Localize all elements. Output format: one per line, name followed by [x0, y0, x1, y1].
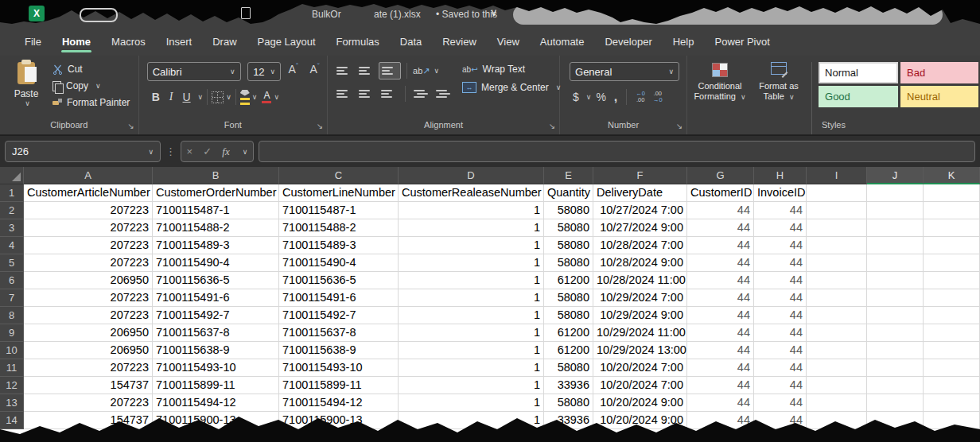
- cell-E2[interactable]: 58080: [544, 202, 593, 219]
- cell-J9[interactable]: [867, 324, 924, 342]
- cell-C13[interactable]: 7100115494-12: [279, 394, 399, 412]
- bold-button[interactable]: B: [147, 91, 165, 103]
- cell-C5[interactable]: 7100115490-4: [279, 254, 399, 272]
- cell-C14[interactable]: 7100115900-13: [279, 412, 399, 429]
- decrease-font-size-button[interactable]: Aˇ: [305, 63, 323, 76]
- cell-E9[interactable]: 61200: [544, 324, 593, 342]
- column-header-K[interactable]: K: [924, 167, 980, 184]
- font-size-combo[interactable]: 12∨: [247, 62, 281, 81]
- cell-E7[interactable]: 58080: [544, 289, 593, 307]
- top-align-button[interactable]: [334, 63, 355, 79]
- cell-J8[interactable]: [867, 307, 924, 324]
- cell-I14[interactable]: [807, 412, 867, 429]
- cell-A6[interactable]: 206950: [24, 272, 153, 289]
- cell-I5[interactable]: [807, 254, 867, 272]
- fill-color-button[interactable]: [240, 90, 250, 105]
- row-header-4[interactable]: 4: [0, 237, 24, 254]
- cell-D6[interactable]: 1: [399, 272, 544, 289]
- cell-H1[interactable]: InvoiceID: [754, 184, 807, 202]
- cell-C7[interactable]: 7100115491-6: [279, 289, 399, 307]
- cell-F9[interactable]: 10/29/2024 11:00: [593, 324, 687, 342]
- borders-chevron-down-icon[interactable]: ∨: [226, 93, 231, 101]
- row-header-7[interactable]: 7: [0, 289, 24, 307]
- cell-A9[interactable]: 206950: [24, 324, 153, 342]
- cell-E13[interactable]: 58080: [544, 394, 593, 412]
- row-header-2[interactable]: 2: [0, 202, 24, 219]
- cell-I2[interactable]: [807, 202, 867, 219]
- column-header-H[interactable]: H: [754, 167, 807, 184]
- cell-F10[interactable]: 10/29/2024 13:00: [593, 342, 687, 359]
- cell-B11[interactable]: 7100115493-10: [153, 359, 279, 377]
- cell-F6[interactable]: 10/28/2024 11:00: [593, 272, 687, 289]
- cell-C1[interactable]: CustomerLineNumber: [279, 184, 399, 202]
- fx-chevron-down-icon[interactable]: ∨: [243, 148, 248, 156]
- cell-A10[interactable]: 206950: [24, 342, 153, 359]
- cell-H6[interactable]: 44: [754, 272, 807, 289]
- cell-B6[interactable]: 7100115636-5: [153, 272, 279, 289]
- tab-macros[interactable]: Macros: [101, 27, 156, 56]
- cell-G14[interactable]: 44: [687, 412, 754, 429]
- cell-G11[interactable]: 44: [687, 359, 754, 377]
- cell-style-neutral[interactable]: Neutral: [900, 86, 978, 107]
- cell-A1[interactable]: CustomerArticleNumber: [24, 184, 153, 202]
- cell-H2[interactable]: 44: [754, 202, 807, 219]
- column-header-C[interactable]: C: [279, 167, 399, 184]
- cell-J12[interactable]: [867, 377, 924, 394]
- accounting-format-button[interactable]: $: [570, 91, 582, 103]
- column-header-A[interactable]: A: [24, 167, 153, 184]
- middle-align-button[interactable]: [356, 63, 377, 79]
- cell-C2[interactable]: 7100115487-1: [279, 202, 399, 219]
- cell-K1[interactable]: [924, 184, 980, 202]
- cell-H14[interactable]: 44: [754, 412, 807, 429]
- font-name-combo[interactable]: Calibri∨: [147, 62, 241, 81]
- row-header-13[interactable]: 13: [0, 394, 24, 412]
- cell-A8[interactable]: 207223: [24, 307, 153, 324]
- cell-B13[interactable]: 7100115494-12: [153, 394, 279, 412]
- cell-B14[interactable]: 7100115900-13: [153, 412, 279, 429]
- format-painter-button[interactable]: Format Painter: [52, 97, 130, 108]
- cell-B1[interactable]: CustomerOrderNumber: [153, 184, 279, 202]
- tab-draw[interactable]: Draw: [202, 27, 247, 56]
- tab-formulas[interactable]: Formulas: [326, 27, 390, 56]
- cell-H9[interactable]: 44: [754, 324, 807, 342]
- font-dialog-launcher-icon[interactable]: ↘: [317, 122, 323, 130]
- cell-F14[interactable]: 10/20/2024 9:00: [593, 412, 687, 429]
- copy-chevron-down-icon[interactable]: ∨: [95, 82, 101, 90]
- cell-J13[interactable]: [867, 394, 924, 412]
- cell-F13[interactable]: 10/20/2024 9:00: [593, 394, 687, 412]
- cell-C8[interactable]: 7100115492-7: [279, 307, 399, 324]
- cell-B7[interactable]: 7100115491-6: [153, 289, 279, 307]
- cell-K12[interactable]: [924, 377, 980, 394]
- tab-insert[interactable]: Insert: [156, 27, 203, 56]
- cell-H11[interactable]: 44: [754, 359, 807, 377]
- underline-button[interactable]: U: [177, 91, 195, 103]
- cell-E8[interactable]: 58080: [544, 307, 593, 324]
- cell-F8[interactable]: 10/29/2024 9:00: [593, 307, 687, 324]
- cell-G10[interactable]: 44: [687, 342, 754, 359]
- cell-F5[interactable]: 10/28/2024 9:00: [593, 254, 687, 272]
- cell-G4[interactable]: 44: [687, 237, 754, 254]
- cell-G3[interactable]: 44: [687, 219, 754, 237]
- cell-A2[interactable]: 207223: [24, 202, 153, 219]
- cell-K4[interactable]: [924, 237, 980, 254]
- decrease-indent-button[interactable]: [411, 86, 432, 102]
- tab-view[interactable]: View: [487, 27, 530, 56]
- cell-G13[interactable]: 44: [687, 394, 754, 412]
- tab-home[interactable]: Home: [52, 27, 101, 56]
- cell-G7[interactable]: 44: [687, 289, 754, 307]
- cell-K3[interactable]: [924, 219, 980, 237]
- cell-I12[interactable]: [807, 377, 867, 394]
- row-header-9[interactable]: 9: [0, 324, 24, 342]
- name-box[interactable]: J26 ∨: [5, 141, 161, 162]
- cell-I6[interactable]: [807, 272, 867, 289]
- align-right-button[interactable]: [379, 86, 399, 102]
- cell-D12[interactable]: 1: [399, 377, 544, 394]
- font-color-chevron-down-icon[interactable]: ∨: [274, 93, 279, 101]
- cell-K6[interactable]: [924, 272, 980, 289]
- cell-F3[interactable]: 10/27/2024 9:00: [593, 219, 687, 237]
- formula-input[interactable]: [259, 141, 975, 162]
- cell-K13[interactable]: [924, 394, 980, 412]
- row-header-10[interactable]: 10: [0, 342, 24, 359]
- cell-D13[interactable]: 1: [399, 394, 544, 412]
- enter-icon[interactable]: ✓: [203, 145, 212, 157]
